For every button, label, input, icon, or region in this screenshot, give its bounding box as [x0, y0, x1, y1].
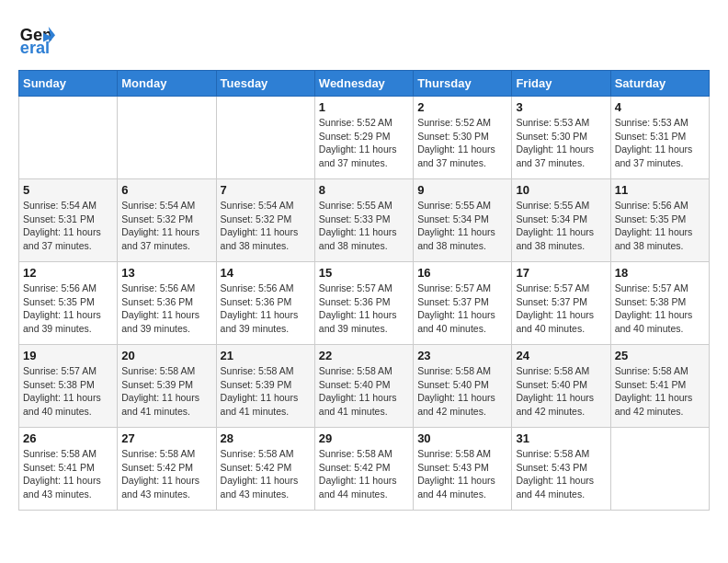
- calendar-cell: 5Sunrise: 5:54 AM Sunset: 5:31 PM Daylig…: [19, 179, 118, 262]
- weekday-monday: Monday: [118, 71, 216, 97]
- day-info: Sunrise: 5:52 AM Sunset: 5:29 PM Dayligh…: [319, 116, 409, 170]
- day-number: 29: [319, 431, 409, 445]
- logo-icon: Gen eral ▶: [18, 18, 55, 55]
- day-info: Sunrise: 5:58 AM Sunset: 5:41 PM Dayligh…: [615, 364, 705, 419]
- calendar-cell: 4Sunrise: 5:53 AM Sunset: 5:31 PM Daylig…: [610, 97, 709, 179]
- calendar-cell: 10Sunrise: 5:55 AM Sunset: 5:34 PM Dayli…: [512, 179, 610, 262]
- day-number: 22: [319, 349, 409, 362]
- day-info: Sunrise: 5:56 AM Sunset: 5:36 PM Dayligh…: [221, 282, 311, 336]
- calendar-cell: 27Sunrise: 5:58 AM Sunset: 5:42 PM Dayli…: [118, 428, 216, 511]
- calendar-cell: 6Sunrise: 5:54 AM Sunset: 5:32 PM Daylig…: [118, 179, 216, 262]
- calendar-cell: 14Sunrise: 5:56 AM Sunset: 5:36 PM Dayli…: [216, 262, 314, 345]
- day-number: 12: [23, 266, 113, 280]
- day-number: 26: [23, 431, 113, 445]
- calendar-cell: 15Sunrise: 5:57 AM Sunset: 5:36 PM Dayli…: [314, 262, 413, 345]
- calendar-cell: 9Sunrise: 5:55 AM Sunset: 5:34 PM Daylig…: [414, 179, 512, 262]
- weekday-saturday: Saturday: [610, 71, 709, 97]
- calendar-cell: 24Sunrise: 5:58 AM Sunset: 5:40 PM Dayli…: [512, 345, 610, 428]
- weekday-thursday: Thursday: [414, 71, 512, 97]
- day-info: Sunrise: 5:57 AM Sunset: 5:36 PM Dayligh…: [319, 282, 409, 336]
- day-info: Sunrise: 5:54 AM Sunset: 5:31 PM Dayligh…: [23, 199, 113, 253]
- day-number: 25: [615, 349, 705, 362]
- calendar-cell: 28Sunrise: 5:58 AM Sunset: 5:42 PM Dayli…: [216, 428, 314, 511]
- calendar-cell: 17Sunrise: 5:57 AM Sunset: 5:37 PM Dayli…: [512, 262, 610, 345]
- day-info: Sunrise: 5:55 AM Sunset: 5:34 PM Dayligh…: [417, 199, 507, 253]
- day-info: Sunrise: 5:57 AM Sunset: 5:38 PM Dayligh…: [23, 364, 113, 419]
- calendar-cell: 25Sunrise: 5:58 AM Sunset: 5:41 PM Dayli…: [610, 345, 709, 428]
- day-number: 11: [615, 183, 705, 197]
- weekday-sunday: Sunday: [19, 71, 118, 97]
- day-number: 18: [615, 266, 705, 280]
- day-number: 9: [417, 183, 507, 197]
- calendar-cell: 23Sunrise: 5:58 AM Sunset: 5:40 PM Dayli…: [414, 345, 512, 428]
- day-info: Sunrise: 5:58 AM Sunset: 5:43 PM Dayligh…: [516, 447, 606, 501]
- weekday-friday: Friday: [512, 71, 610, 97]
- calendar-cell: 21Sunrise: 5:58 AM Sunset: 5:39 PM Dayli…: [216, 345, 314, 428]
- calendar-cell: 30Sunrise: 5:58 AM Sunset: 5:43 PM Dayli…: [414, 428, 512, 511]
- week-row-2: 5Sunrise: 5:54 AM Sunset: 5:31 PM Daylig…: [19, 179, 710, 262]
- day-number: 21: [221, 349, 311, 362]
- calendar-cell: [19, 97, 118, 179]
- day-info: Sunrise: 5:55 AM Sunset: 5:34 PM Dayligh…: [516, 199, 606, 253]
- week-row-5: 26Sunrise: 5:58 AM Sunset: 5:41 PM Dayli…: [19, 428, 710, 511]
- day-info: Sunrise: 5:54 AM Sunset: 5:32 PM Dayligh…: [121, 199, 211, 253]
- calendar-cell: 26Sunrise: 5:58 AM Sunset: 5:41 PM Dayli…: [19, 428, 118, 511]
- day-info: Sunrise: 5:55 AM Sunset: 5:33 PM Dayligh…: [319, 199, 409, 253]
- day-info: Sunrise: 5:58 AM Sunset: 5:40 PM Dayligh…: [319, 364, 409, 419]
- day-info: Sunrise: 5:56 AM Sunset: 5:35 PM Dayligh…: [23, 282, 113, 336]
- weekday-tuesday: Tuesday: [216, 71, 314, 97]
- day-number: 16: [417, 266, 507, 280]
- page-header: Gen eral ▶: [18, 18, 710, 55]
- day-number: 17: [516, 266, 606, 280]
- calendar-cell: 13Sunrise: 5:56 AM Sunset: 5:36 PM Dayli…: [118, 262, 216, 345]
- calendar-cell: 31Sunrise: 5:58 AM Sunset: 5:43 PM Dayli…: [512, 428, 610, 511]
- day-number: 7: [221, 183, 311, 197]
- day-number: 6: [121, 183, 211, 197]
- calendar-cell: 22Sunrise: 5:58 AM Sunset: 5:40 PM Dayli…: [314, 345, 413, 428]
- day-info: Sunrise: 5:58 AM Sunset: 5:42 PM Dayligh…: [121, 447, 211, 501]
- day-info: Sunrise: 5:57 AM Sunset: 5:37 PM Dayligh…: [417, 282, 507, 336]
- calendar-cell: 19Sunrise: 5:57 AM Sunset: 5:38 PM Dayli…: [19, 345, 118, 428]
- day-number: 10: [516, 183, 606, 197]
- calendar-cell: 2Sunrise: 5:52 AM Sunset: 5:30 PM Daylig…: [414, 97, 512, 179]
- day-number: 8: [319, 183, 409, 197]
- day-number: 3: [516, 100, 606, 114]
- calendar-cell: [216, 97, 314, 179]
- calendar-cell: 12Sunrise: 5:56 AM Sunset: 5:35 PM Dayli…: [19, 262, 118, 345]
- day-info: Sunrise: 5:58 AM Sunset: 5:39 PM Dayligh…: [221, 364, 311, 419]
- calendar-table: SundayMondayTuesdayWednesdayThursdayFrid…: [18, 70, 710, 511]
- calendar-cell: 7Sunrise: 5:54 AM Sunset: 5:32 PM Daylig…: [216, 179, 314, 262]
- day-info: Sunrise: 5:58 AM Sunset: 5:39 PM Dayligh…: [121, 364, 211, 419]
- day-number: 23: [417, 349, 507, 362]
- calendar-body: 1Sunrise: 5:52 AM Sunset: 5:29 PM Daylig…: [19, 97, 710, 511]
- day-number: 14: [221, 266, 311, 280]
- calendar-cell: 1Sunrise: 5:52 AM Sunset: 5:29 PM Daylig…: [314, 97, 413, 179]
- day-number: 5: [23, 183, 113, 197]
- calendar-cell: 18Sunrise: 5:57 AM Sunset: 5:38 PM Dayli…: [610, 262, 709, 345]
- day-info: Sunrise: 5:58 AM Sunset: 5:40 PM Dayligh…: [516, 364, 606, 419]
- day-info: Sunrise: 5:53 AM Sunset: 5:30 PM Dayligh…: [516, 116, 606, 170]
- day-number: 27: [121, 431, 211, 445]
- calendar-cell: [610, 428, 709, 511]
- calendar-cell: 3Sunrise: 5:53 AM Sunset: 5:30 PM Daylig…: [512, 97, 610, 179]
- week-row-4: 19Sunrise: 5:57 AM Sunset: 5:38 PM Dayli…: [19, 345, 710, 428]
- day-info: Sunrise: 5:58 AM Sunset: 5:42 PM Dayligh…: [221, 447, 311, 501]
- logo: Gen eral ▶: [18, 18, 59, 55]
- week-row-1: 1Sunrise: 5:52 AM Sunset: 5:29 PM Daylig…: [19, 97, 710, 179]
- calendar-cell: 11Sunrise: 5:56 AM Sunset: 5:35 PM Dayli…: [610, 179, 709, 262]
- day-number: 1: [319, 100, 409, 114]
- day-info: Sunrise: 5:53 AM Sunset: 5:31 PM Dayligh…: [615, 116, 705, 170]
- day-info: Sunrise: 5:56 AM Sunset: 5:35 PM Dayligh…: [615, 199, 705, 253]
- day-info: Sunrise: 5:58 AM Sunset: 5:40 PM Dayligh…: [417, 364, 507, 419]
- weekday-header-row: SundayMondayTuesdayWednesdayThursdayFrid…: [19, 71, 710, 97]
- weekday-wednesday: Wednesday: [314, 71, 413, 97]
- day-number: 15: [319, 266, 409, 280]
- day-number: 30: [417, 431, 507, 445]
- day-number: 4: [615, 100, 705, 114]
- day-info: Sunrise: 5:54 AM Sunset: 5:32 PM Dayligh…: [221, 199, 311, 253]
- day-number: 31: [516, 431, 606, 445]
- day-number: 13: [121, 266, 211, 280]
- day-number: 20: [121, 349, 211, 362]
- day-info: Sunrise: 5:58 AM Sunset: 5:42 PM Dayligh…: [319, 447, 409, 501]
- day-number: 19: [23, 349, 113, 362]
